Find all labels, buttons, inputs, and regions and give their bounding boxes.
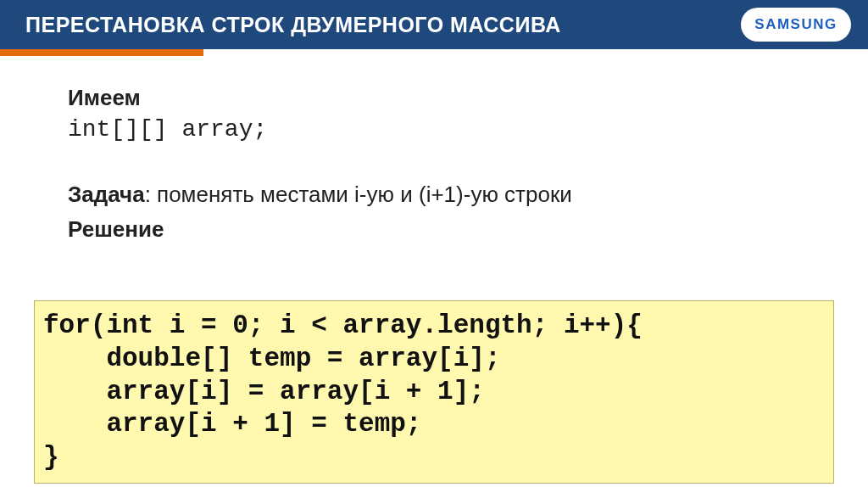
have-label: Имеем (68, 85, 817, 111)
slide: ПЕРЕСТАНОВКА СТРОК ДВУМЕРНОГО МАССИВА SA… (0, 0, 868, 487)
content-block: Имеем int[][] array; Задача: поменять ме… (68, 85, 817, 243)
code-line-2: double[] temp = array[i]; (43, 344, 501, 373)
samsung-logo-text: SAMSUNG (754, 16, 837, 33)
slide-title: ПЕРЕСТАНОВКА СТРОК ДВУМЕРНОГО МАССИВА (0, 13, 561, 37)
header-bar: ПЕРЕСТАНОВКА СТРОК ДВУМЕРНОГО МАССИВА SA… (0, 0, 868, 49)
task-prefix: Задача (68, 182, 145, 207)
task-text: : поменять местами i-ую и (i+1)-ую строк… (145, 182, 572, 207)
code-block: for(int i = 0; i < array.length; i++){ d… (34, 300, 834, 484)
task-line: Задача: поменять местами i-ую и (i+1)-ую… (68, 182, 817, 208)
solution-label: Решение (68, 216, 817, 243)
code-line-5: } (43, 442, 59, 472)
code-line-3: array[i] = array[i + 1]; (43, 377, 485, 406)
array-declaration: int[][] array; (68, 116, 817, 143)
code-line-4: array[i + 1] = temp; (43, 409, 421, 439)
code-line-1: for(int i = 0; i < array.length; i++){ (43, 311, 643, 340)
samsung-logo: SAMSUNG (741, 8, 851, 42)
accent-bar (0, 49, 203, 56)
